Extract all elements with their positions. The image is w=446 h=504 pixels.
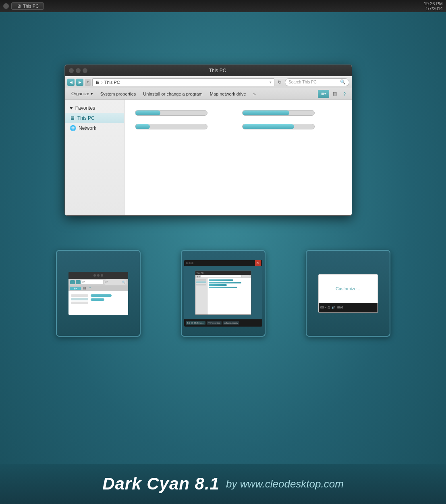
p1-search-icon: 🔍 xyxy=(122,281,125,283)
help-button[interactable]: ? xyxy=(340,90,349,98)
window-max-icon[interactable] xyxy=(83,68,87,73)
preview-inner-3: Customize... ⌨ ▪ 🖧 🔊 ENG xyxy=(307,251,390,336)
organize-button[interactable]: Organize ▾ xyxy=(68,90,96,97)
p3-main: Customize... xyxy=(319,275,378,303)
p2-desktop-preview: This PC ◀ ▶ xyxy=(184,266,262,319)
drive-item-1 xyxy=(135,110,234,116)
p2-inner: ✕ This PC ◀ ▶ xyxy=(184,260,262,327)
p1-view-btn: ▦▾ xyxy=(70,287,81,290)
brand-subtitle: by www.cleodesktop.com xyxy=(226,478,344,490)
toolbar-right: ▦▾ ▤ ? xyxy=(318,90,349,98)
toolbar: Organize ▾ System properties Uninstall o… xyxy=(65,88,352,100)
p2-taskbar-label1: 4:3 @ 55.5% (... xyxy=(186,321,205,325)
more-button[interactable]: » xyxy=(250,91,259,97)
back-button[interactable]: ◀ xyxy=(67,79,75,86)
branding-section: Dark Cyan 8.1 by www.cleodesktop.com xyxy=(0,464,446,504)
search-box[interactable]: Search This PC 🔍 xyxy=(285,78,349,86)
taskbar-date: 1/7/2014 xyxy=(424,6,443,11)
p1-sidebar-bar2 xyxy=(71,298,88,300)
p2-titlebar: ✕ xyxy=(184,260,262,266)
p2-content-bar3 xyxy=(209,284,227,286)
p1-search-text: PC xyxy=(106,281,108,283)
taskbar-time: 19:26 PM xyxy=(424,1,443,6)
preview1-explorer: PC PC 🔍 ▦▾ ▤ ? xyxy=(68,272,128,315)
p2-mini-taskbar: 4:3 @ 55.5% (... ♥ Favorites oZano.mssty xyxy=(184,319,262,327)
close-icon[interactable] xyxy=(3,3,9,9)
view-list-button[interactable]: ▤ xyxy=(331,90,339,98)
p1-drive-bar2 xyxy=(91,298,105,301)
window-titlebar: This PC xyxy=(65,65,352,76)
p2-close-btn: ✕ xyxy=(255,260,261,266)
chevron-down-icon: ▾ xyxy=(91,91,93,96)
refresh-button[interactable]: ↻ xyxy=(276,79,283,86)
drive-progress-4 xyxy=(242,124,315,129)
content-area xyxy=(124,100,352,215)
view-tiles-button[interactable]: ▦▾ xyxy=(318,90,329,98)
window-close-icon[interactable] xyxy=(69,68,74,73)
p1-sidebar-bar xyxy=(71,294,88,297)
preview-card-2: ✕ This PC ◀ ▶ xyxy=(181,250,266,337)
p2-mini-window: This PC ◀ ▶ xyxy=(195,271,251,315)
p1-dot1 xyxy=(93,274,96,277)
p3-lang-label: ENG xyxy=(337,306,343,309)
preview-card-3: Customize... ⌨ ▪ 🖧 🔊 ENG xyxy=(306,250,390,337)
p1-nav-back xyxy=(70,280,75,284)
p2-win-addr: ◀ ▶ xyxy=(195,275,251,278)
p2-taskbar-label3: oZano.mssty xyxy=(223,321,239,325)
network-icon: 🌐 xyxy=(70,125,76,131)
p1-search: PC 🔍 xyxy=(104,279,127,285)
p1-content xyxy=(91,294,126,304)
sidebar-item-network[interactable]: 🌐 Network xyxy=(65,123,124,133)
taskbar-left: 🖥 This PC xyxy=(3,2,44,10)
search-icon: 🔍 xyxy=(340,79,346,85)
desktop: This PC ◀ ▶ ▾ 🖥 › This PC ▾ ↻ Search Thi… xyxy=(0,12,446,504)
p2-content-bar2 xyxy=(209,282,242,283)
p1-list-btn: ▤ xyxy=(82,287,87,290)
folder-icon: 🖥 xyxy=(17,4,21,8)
p1-help-btn: ? xyxy=(88,287,92,290)
sidebar-item-favorites[interactable]: ♥ Favorites xyxy=(65,103,124,113)
drive-progress-2 xyxy=(242,110,315,116)
p1-body xyxy=(68,291,128,315)
taskbar-window-item[interactable]: 🖥 This PC xyxy=(11,2,44,10)
p1-nav-fwd xyxy=(76,280,81,284)
preview2-screenshot: ✕ This PC ◀ ▶ xyxy=(184,260,262,327)
nav-dropdown-button[interactable]: ▾ xyxy=(85,79,91,86)
brand-title: Dark Cyan 8.1 xyxy=(102,474,220,494)
p2-dot3 xyxy=(191,262,193,264)
p1-sidebar xyxy=(71,294,88,304)
system-properties-button[interactable]: System properties xyxy=(97,91,139,97)
p3-keyboard-icon: ⌨ xyxy=(320,306,324,309)
p2-sb-item3 xyxy=(196,284,206,285)
taskbar-window-label: This PC xyxy=(23,4,39,8)
drive-fill-1 xyxy=(135,110,160,115)
p3-customize-label[interactable]: Customize... xyxy=(336,286,360,291)
drive-progress-1 xyxy=(135,110,207,116)
p1-toolbar: ▦▾ ▤ ? xyxy=(68,285,128,291)
thispc-icon: 🖥 xyxy=(70,115,75,121)
forward-button[interactable]: ▶ xyxy=(76,79,83,86)
previews-section: PC PC 🔍 ▦▾ ▤ ? xyxy=(0,250,446,337)
preview-inner-1: PC PC 🔍 ▦▾ ▤ ? xyxy=(57,251,140,336)
favorites-icon: ♥ xyxy=(70,105,73,111)
p1-addr-text: PC xyxy=(83,281,85,283)
preview-card-1: PC PC 🔍 ▦▾ ▤ ? xyxy=(56,250,141,337)
p1-titlebar xyxy=(68,272,128,279)
uninstall-button[interactable]: Uninstall or change a program xyxy=(140,91,205,97)
search-placeholder: Search This PC xyxy=(288,80,317,84)
window-controls xyxy=(69,68,87,73)
p1-addr-field: PC xyxy=(81,280,103,284)
sidebar-item-thispc[interactable]: 🖥 This PC xyxy=(65,113,124,123)
drive-fill-2 xyxy=(243,110,289,115)
drive-item-3 xyxy=(135,124,234,129)
window-min-icon[interactable] xyxy=(76,68,81,73)
p1-addressbar: PC PC 🔍 xyxy=(68,279,128,285)
p2-win-title: This PC xyxy=(197,272,204,274)
drive-fill-3 xyxy=(135,124,150,129)
p3-monitor-icon: ▪ xyxy=(326,306,326,309)
p2-search-bar xyxy=(242,275,250,277)
address-path[interactable]: 🖥 › This PC ▾ xyxy=(92,78,274,86)
map-drive-button[interactable]: Map network drive xyxy=(207,91,249,97)
p3-taskbar: ⌨ ▪ 🖧 🔊 ENG xyxy=(319,303,378,312)
p1-drive-bar1 xyxy=(91,294,112,297)
